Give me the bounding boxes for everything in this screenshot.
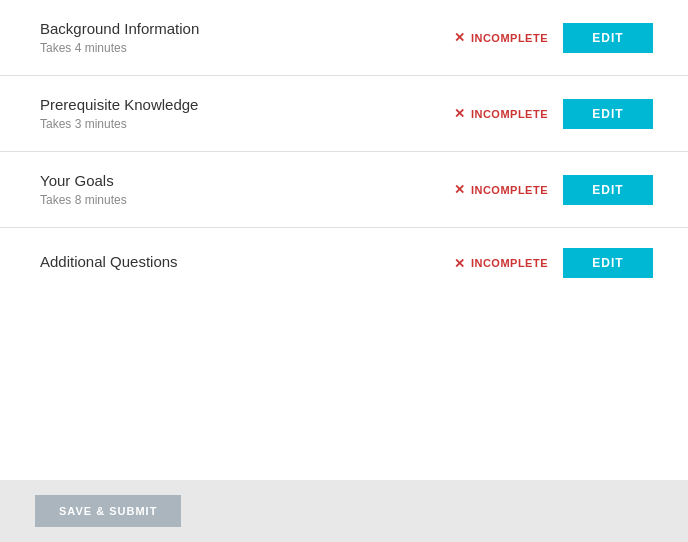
x-icon-background-information: ✕ [454,30,466,45]
section-actions-additional-questions: ✕ INCOMPLETE EDIT [454,248,653,278]
main-content: Background Information Takes 4 minutes ✕… [0,0,688,298]
save-submit-button[interactable]: SAVE & SUBMIT [35,495,181,527]
status-label-additional-questions: INCOMPLETE [471,257,548,269]
section-info-background-information: Background Information Takes 4 minutes [40,20,454,55]
page-wrapper: Background Information Takes 4 minutes ✕… [0,0,688,542]
section-info-prerequisite-knowledge: Prerequisite Knowledge Takes 3 minutes [40,96,454,131]
section-info-additional-questions: Additional Questions [40,253,454,274]
status-label-background-information: INCOMPLETE [471,32,548,44]
section-info-your-goals: Your Goals Takes 8 minutes [40,172,454,207]
section-duration-your-goals: Takes 8 minutes [40,193,454,207]
section-actions-background-information: ✕ INCOMPLETE EDIT [454,23,653,53]
edit-button-background-information[interactable]: EDIT [563,23,653,53]
section-row-your-goals: Your Goals Takes 8 minutes ✕ INCOMPLETE … [0,152,688,228]
section-duration-prerequisite-knowledge: Takes 3 minutes [40,117,454,131]
section-title-prerequisite-knowledge: Prerequisite Knowledge [40,96,454,113]
section-row-background-information: Background Information Takes 4 minutes ✕… [0,0,688,76]
x-icon-prerequisite-knowledge: ✕ [454,106,466,121]
section-row-additional-questions: Additional Questions ✕ INCOMPLETE EDIT [0,228,688,298]
section-actions-your-goals: ✕ INCOMPLETE EDIT [454,175,653,205]
footer-bar: SAVE & SUBMIT [0,480,688,542]
section-title-background-information: Background Information [40,20,454,37]
section-title-additional-questions: Additional Questions [40,253,454,270]
status-badge-additional-questions: ✕ INCOMPLETE [454,256,548,271]
section-row-prerequisite-knowledge: Prerequisite Knowledge Takes 3 minutes ✕… [0,76,688,152]
status-badge-your-goals: ✕ INCOMPLETE [454,182,548,197]
section-actions-prerequisite-knowledge: ✕ INCOMPLETE EDIT [454,99,653,129]
x-icon-additional-questions: ✕ [454,256,466,271]
status-label-your-goals: INCOMPLETE [471,184,548,196]
edit-button-your-goals[interactable]: EDIT [563,175,653,205]
status-badge-background-information: ✕ INCOMPLETE [454,30,548,45]
status-badge-prerequisite-knowledge: ✕ INCOMPLETE [454,106,548,121]
edit-button-prerequisite-knowledge[interactable]: EDIT [563,99,653,129]
edit-button-additional-questions[interactable]: EDIT [563,248,653,278]
section-title-your-goals: Your Goals [40,172,454,189]
x-icon-your-goals: ✕ [454,182,466,197]
section-duration-background-information: Takes 4 minutes [40,41,454,55]
status-label-prerequisite-knowledge: INCOMPLETE [471,108,548,120]
